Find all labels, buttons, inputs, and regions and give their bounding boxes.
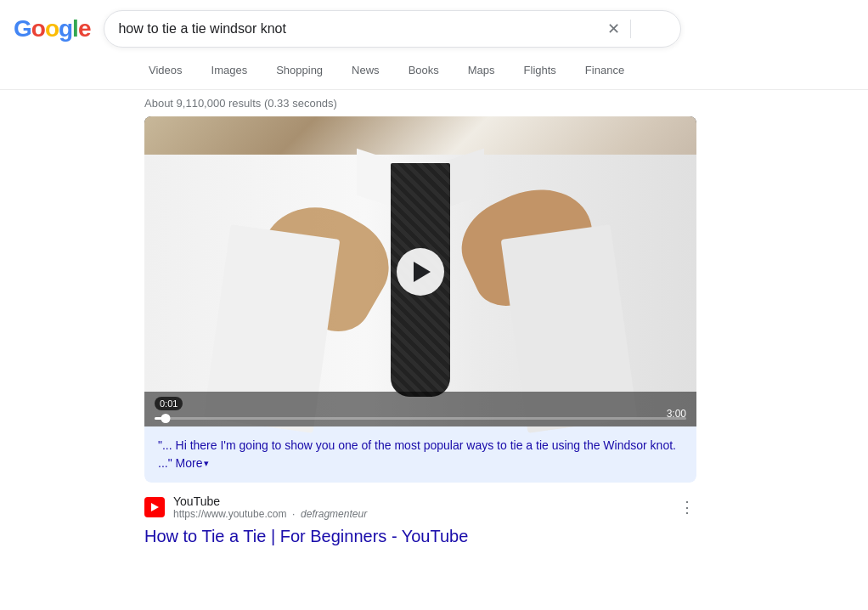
- tab-books[interactable]: Books: [396, 56, 452, 84]
- source-row: YouTube https://www.youtube.com · defrag…: [144, 494, 696, 520]
- google-logo[interactable]: Google: [14, 15, 90, 42]
- progress-thumb: [161, 414, 170, 423]
- more-options-button[interactable]: ⋮: [678, 496, 696, 518]
- progress-bar[interactable]: [155, 417, 686, 420]
- results-count: About 9,110,000 results (0.33 seconds): [0, 90, 868, 116]
- tab-shopping[interactable]: Shopping: [263, 56, 335, 84]
- main-content: 0:01 3:00 "... Hi there I'm going to sho…: [0, 116, 868, 547]
- tab-images[interactable]: Images: [199, 56, 261, 84]
- tab-finance[interactable]: Finance: [572, 56, 637, 84]
- more-button[interactable]: More ▾: [176, 456, 210, 470]
- nav-tabs: Videos Images Shopping News Books Maps F…: [0, 51, 868, 90]
- video-player[interactable]: 0:01 3:00: [144, 116, 696, 426]
- search-button[interactable]: [663, 21, 667, 37]
- youtube-icon: [144, 497, 165, 517]
- source-info: YouTube https://www.youtube.com · defrag…: [173, 494, 669, 520]
- lens-button[interactable]: [651, 21, 655, 37]
- header: Google ✕: [0, 0, 868, 51]
- video-card: 0:01 3:00 "... Hi there I'm going to sho…: [144, 116, 696, 483]
- video-controls: 0:01 3:00: [144, 392, 696, 426]
- search-bar: ✕: [104, 10, 681, 48]
- transcript-box: "... Hi there I'm going to show you one …: [144, 426, 696, 483]
- youtube-play-icon: [151, 503, 159, 511]
- source-name: YouTube: [173, 494, 669, 508]
- total-time: 3:00: [667, 408, 686, 420]
- source-url: https://www.youtube.com · defragmenteur: [173, 508, 669, 520]
- clear-button[interactable]: ✕: [606, 18, 622, 40]
- tab-videos[interactable]: Videos: [136, 56, 195, 84]
- transcript-text: "... Hi there I'm going to show you one …: [158, 438, 676, 470]
- search-input[interactable]: [118, 21, 597, 37]
- chevron-down-icon: ▾: [204, 458, 209, 469]
- play-button[interactable]: [397, 248, 444, 296]
- divider: [630, 20, 631, 38]
- more-label: More: [176, 456, 203, 470]
- result-title-link[interactable]: How to Tie a Tie | For Beginners - YouTu…: [144, 525, 696, 547]
- tab-news[interactable]: News: [339, 56, 392, 84]
- play-icon: [414, 262, 431, 282]
- clear-icon: ✕: [607, 20, 620, 38]
- tab-flights[interactable]: Flights: [511, 56, 569, 84]
- current-time: 0:01: [155, 397, 183, 410]
- source-channel: defragmenteur: [301, 508, 367, 520]
- search-icons: ✕: [606, 18, 667, 40]
- voice-search-button[interactable]: [640, 21, 643, 37]
- tab-maps[interactable]: Maps: [455, 56, 508, 84]
